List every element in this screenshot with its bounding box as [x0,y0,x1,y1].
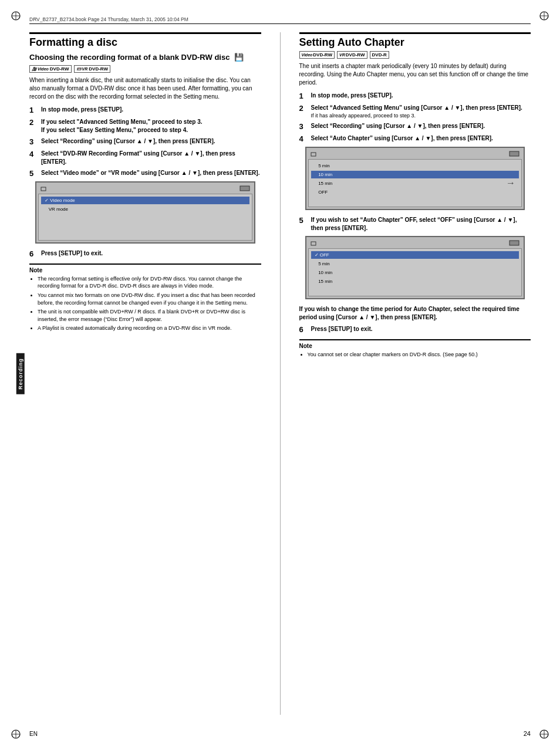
right-notes: You cannot set or clear chapter markers … [299,351,531,359]
right-step-2: 2 Select “Advanced Setting Menu” using [… [299,104,531,120]
left-steps: 1 In stop mode, press [SETUP]. 2 If you … [29,106,261,178]
right-note-item: You cannot set or clear chapter markers … [308,351,531,359]
svg-rect-17 [510,241,519,245]
right-step-1: 1 In stop mode, press [SETUP]. [299,92,531,101]
svg-rect-14 [311,153,316,156]
step-3: 3 Select “Recording” using [Cursor ▲ / ▼… [29,137,261,147]
note-item: A Playlist is created automatically duri… [38,325,261,332]
left-note-title: Note [29,267,261,273]
screen1-row-10min-selected: 10 min [311,171,519,178]
left-notes: The recording format setting is effectiv… [29,275,261,332]
step-2: 2 If you select "Advanced Setting Menu,"… [29,118,261,134]
right-column: Setting Auto Chapter Video DVD-RW VR DVD… [299,32,531,715]
svg-rect-16 [311,242,316,245]
right-step-6-li: 6 Press [SETUP] to exit. [299,325,531,335]
screen-row-vr: VR mode [41,205,249,213]
step-5: 5 Select “Video mode” or “VR mode” using… [29,169,261,178]
left-column: Recording Formatting a disc Choosing the… [29,32,261,715]
left-format-badges: 🎥 Video DVD-RW 📼 VR DVD-RW [29,65,261,73]
screen2-row-10min: 10 min [311,269,519,276]
vertical-tab: Recording [16,353,25,394]
badge-vr-dvdrw: 📼 VR DVD-RW [74,65,110,73]
page: DRV_B2737_B2734.book Page 24 Thursday, M… [0,0,560,750]
left-step-6: 6 Press [SETUP] to exit. [29,249,261,259]
right-steps-1-4: 1 In stop mode, press [SETUP]. 2 Select … [299,92,531,143]
right-screen-2: ✓ OFF 5 min 10 min 15 min [305,236,525,299]
screen2-row-5min: 5 min [311,260,519,268]
column-divider [280,32,281,715]
screen2-row-15min: 15 min [311,278,519,285]
right-step-5-li: 5 If you wish to set “Auto Chapter” OFF,… [299,216,531,232]
page-footer: EN 24 [0,730,560,737]
badge-right-video: Video DVD-RW [299,51,335,59]
right-step-4: 4 Select “Auto Chapter” using [Cursor ▲ … [299,134,531,144]
screen2-row-off-selected: ✓ OFF [311,251,519,259]
right-step-6: 6 Press [SETUP] to exit. [299,325,531,335]
badge-right-vr: VR DVD-RW [337,51,367,59]
badge-right-dvdr: DVD-R [370,51,389,59]
left-section-title: Formatting a disc [29,32,261,49]
right-section-title: Setting Auto Chapter [299,32,531,49]
corner-mark-tr [539,11,549,21]
screen1-row-off: OFF [311,188,519,196]
right-step-3: 3 Select “Recording” using [Cursor ▲ / ▼… [299,122,531,131]
right-screen-1: 5 min 10 min 15 min OFF → [305,147,525,210]
left-note-box: Note The recording format setting is eff… [29,263,261,332]
right-bold-note: If you wish to change the time period fo… [299,305,531,322]
right-step-5: 5 If you wish to set “Auto Chapter” OFF,… [299,216,531,232]
note-item: You cannot mix two formats on one DVD-RW… [38,292,261,306]
svg-rect-13 [240,186,249,191]
file-info: DRV_B2737_B2734.book Page 24 Thursday, M… [29,16,531,24]
right-format-badges: Video DVD-RW VR DVD-RW DVD-R [299,51,531,59]
note-item: The recording format setting is effectiv… [38,275,261,290]
screen-arrow: → [506,178,515,188]
corner-mark-tl [11,11,21,21]
screen-row-selected-video: ✓ Video mode [41,197,249,204]
main-content: Recording Formatting a disc Choosing the… [29,32,531,715]
page-label: EN [29,731,38,737]
left-subsection-title: Choosing the recording format of a blank… [29,53,261,63]
badge-video-dvdrw: 🎥 Video DVD-RW [29,65,72,73]
svg-rect-15 [510,151,519,156]
step-4: 4 Select “DVD-RW Recording Format” using… [29,150,261,166]
screen1-row-15min: 15 min [311,180,519,187]
right-note-title: Note [299,343,531,349]
right-body-text: The unit inserts a chapter mark periodic… [299,62,531,87]
svg-rect-12 [41,187,46,191]
step-6: 6 Press [SETUP] to exit. [29,249,261,259]
page-number: 24 [524,730,531,737]
note-item: The unit is not compatible with DVD+RW /… [38,308,261,323]
screen1-row-5min: 5 min [311,162,519,170]
left-body-text: When inserting a blank disc, the unit au… [29,76,261,101]
right-note-box: Note You cannot set or clear chapter mar… [299,339,531,359]
left-screen: ✓ Video mode VR mode [35,181,255,244]
step-1: 1 In stop mode, press [SETUP]. [29,106,261,115]
